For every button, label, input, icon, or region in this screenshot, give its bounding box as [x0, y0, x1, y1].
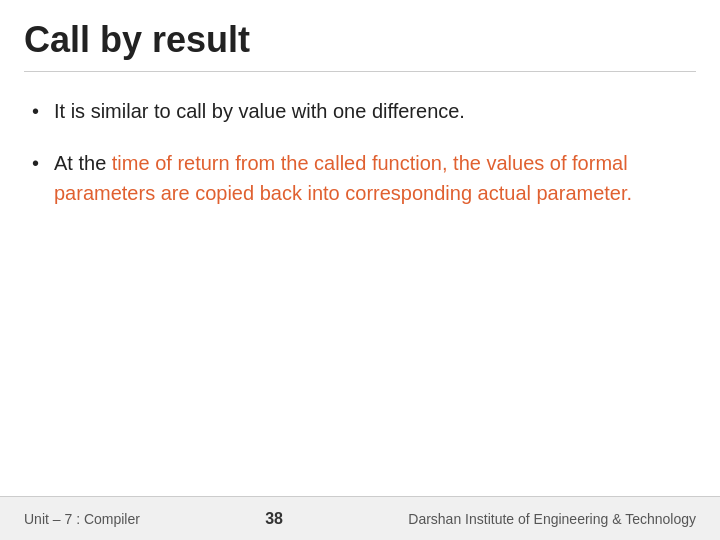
slide-title: Call by result	[24, 18, 696, 61]
bullet-dot-1: •	[32, 96, 54, 126]
bullet-text-1: It is similar to call by value with one …	[54, 96, 688, 126]
slide-content: • It is similar to call by value with on…	[0, 72, 720, 496]
footer-right: Darshan Institute of Engineering & Techn…	[408, 511, 696, 527]
bullet-2-highlight: time of return from the called function,…	[54, 152, 632, 204]
slide: Call by result • It is similar to call b…	[0, 0, 720, 540]
footer-page-number: 38	[265, 510, 283, 528]
bullet-list: • It is similar to call by value with on…	[32, 96, 688, 208]
footer-left: Unit – 7 : Compiler	[24, 511, 140, 527]
bullet-text-2: At the time of return from the called fu…	[54, 148, 688, 208]
slide-header: Call by result	[0, 0, 720, 71]
bullet-2-prefix: At the	[54, 152, 112, 174]
slide-footer: Unit – 7 : Compiler 38 Darshan Institute…	[0, 496, 720, 540]
bullet-dot-2: •	[32, 148, 54, 178]
bullet-item-1: • It is similar to call by value with on…	[32, 96, 688, 126]
bullet-1-text: It is similar to call by value with one …	[54, 100, 465, 122]
bullet-item-2: • At the time of return from the called …	[32, 148, 688, 208]
